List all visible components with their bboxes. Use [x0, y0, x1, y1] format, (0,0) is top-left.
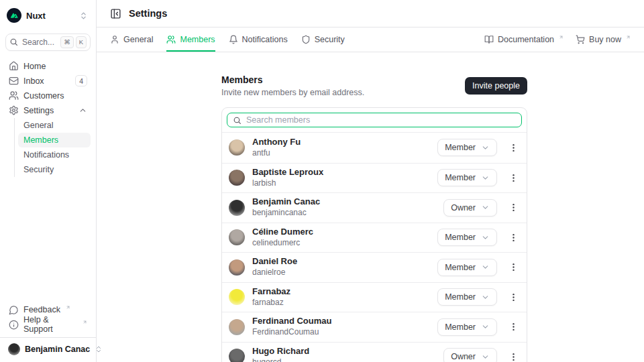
members-search-input[interactable]	[246, 115, 516, 125]
tab-label: Members	[180, 35, 215, 44]
member-username: danielroe	[252, 268, 297, 278]
member-menu-button[interactable]	[507, 261, 520, 274]
sidebar-item-label: Settings	[23, 106, 54, 115]
users-icon	[166, 35, 176, 44]
sidebar: Nuxt Search... ⌘ K Home	[0, 0, 97, 362]
tab-label: Security	[315, 35, 345, 44]
tab-general[interactable]: General	[110, 27, 153, 52]
member-role-value: Member	[445, 292, 476, 302]
sidebar-item-settings[interactable]: Settings	[5, 103, 91, 118]
member-name: Baptiste Leproux	[252, 168, 323, 178]
member-info: Ferdinand Coumau FerdinandCoumau	[252, 316, 331, 337]
sidebar-item-label: Feedback	[23, 305, 60, 314]
documentation-link[interactable]: Documentation	[484, 35, 564, 44]
sidebar-item-security[interactable]: Security	[18, 162, 91, 177]
member-role-select[interactable]: Member	[437, 288, 497, 306]
sidebar-item-notifications[interactable]: Notifications	[18, 147, 91, 162]
collapse-sidebar-icon[interactable]	[110, 8, 121, 19]
member-username: benjamincanac	[252, 208, 320, 218]
member-menu-button[interactable]	[507, 172, 520, 184]
member-menu-button[interactable]	[507, 291, 520, 304]
bell-icon	[229, 35, 238, 44]
members-search-wrapper	[222, 108, 527, 133]
member-name: Daniel Roe	[252, 257, 297, 267]
member-role-select[interactable]: Member	[437, 229, 497, 246]
member-row: Farnabaz farnabaz Member	[222, 282, 527, 312]
member-menu-button[interactable]	[507, 231, 520, 244]
members-section-header: Members Invite new members by email addr…	[221, 74, 527, 97]
sidebar-item-label: Inbox	[23, 76, 44, 86]
member-menu-button[interactable]	[507, 320, 520, 333]
member-role-value: Member	[445, 143, 476, 152]
members-list: Anthony Fu antfu Member Baptiste Leproux…	[222, 133, 527, 362]
sidebar-item-inbox[interactable]: Inbox 4	[5, 74, 91, 88]
member-row: Baptiste Leproux larbish Member	[222, 163, 527, 193]
member-row: Ferdinand Coumau FerdinandCoumau Member	[222, 312, 527, 342]
member-menu-button[interactable]	[507, 201, 520, 214]
header-links: Documentation Buy now	[484, 27, 631, 52]
member-avatar	[229, 289, 245, 305]
inbox-icon	[9, 76, 19, 86]
member-role-value: Member	[445, 322, 476, 332]
external-link-icon	[559, 35, 564, 40]
members-title: Members	[221, 74, 364, 85]
member-role-value: Member	[445, 263, 476, 272]
info-icon	[9, 320, 19, 330]
sidebar-item-customers[interactable]: Customers	[5, 88, 91, 103]
member-info: Hugo Richard hugorcd	[252, 347, 309, 362]
member-username: larbish	[252, 179, 323, 188]
member-role-value: Member	[445, 233, 476, 242]
chevron-down-icon	[481, 293, 490, 302]
member-role-select[interactable]: Owner	[443, 199, 497, 217]
user-menu-button[interactable]: Benjamin Canac	[5, 338, 91, 355]
member-info: Farnabaz farnabaz	[252, 287, 290, 308]
shield-icon	[301, 35, 311, 44]
member-role-select[interactable]: Member	[437, 318, 497, 336]
member-name: Benjamin Canac	[252, 197, 320, 207]
tab-security[interactable]: Security	[301, 27, 345, 52]
member-role-select[interactable]: Owner	[443, 348, 497, 362]
member-menu-button[interactable]	[507, 351, 520, 362]
member-avatar	[229, 319, 245, 335]
chevron-down-icon	[481, 203, 490, 212]
sidebar-item-label: Help & Support	[23, 315, 77, 334]
sidebar-item-general[interactable]: General	[18, 118, 91, 133]
sidebar-item-label: Home	[23, 62, 46, 71]
avatar	[8, 343, 20, 355]
sidebar-item-help-support[interactable]: Help & Support	[5, 317, 91, 332]
chevron-up-icon	[78, 106, 87, 115]
member-name: Ferdinand Coumau	[252, 316, 331, 326]
member-row: Anthony Fu antfu Member	[222, 133, 527, 163]
link-label: Documentation	[498, 35, 554, 44]
invite-people-button[interactable]: Invite people	[465, 77, 527, 95]
book-open-icon	[484, 35, 494, 44]
member-info: Anthony Fu antfu	[252, 137, 301, 158]
sidebar-item-home[interactable]: Home	[5, 59, 91, 74]
member-role-select[interactable]: Member	[437, 259, 497, 276]
member-avatar	[229, 259, 245, 276]
member-avatar	[229, 139, 245, 156]
sidebar-search-button[interactable]: Search... ⌘ K	[5, 34, 91, 51]
member-name: Hugo Richard	[252, 347, 309, 357]
external-link-icon	[83, 320, 87, 324]
link-label: Buy now	[589, 35, 621, 44]
workspace-switcher[interactable]: Nuxt	[5, 7, 91, 24]
chevron-down-icon	[481, 322, 490, 331]
members-page: Members Invite new members by email addr…	[97, 52, 644, 362]
tab-notifications[interactable]: Notifications	[229, 27, 288, 52]
app-window: Nuxt Search... ⌘ K Home	[0, 0, 644, 362]
member-avatar	[229, 200, 245, 216]
member-role-select[interactable]: Member	[437, 169, 497, 186]
chevrons-up-down-icon	[79, 11, 88, 20]
chevron-down-icon	[481, 233, 490, 242]
member-menu-button[interactable]	[507, 141, 520, 154]
member-role-select[interactable]: Member	[437, 139, 497, 156]
gear-icon	[9, 105, 19, 115]
buy-now-link[interactable]: Buy now	[576, 35, 631, 44]
search-shortcut: ⌘ K	[60, 36, 87, 48]
sidebar-item-members[interactable]: Members	[18, 133, 91, 147]
user-name: Benjamin Canac	[25, 345, 90, 354]
member-info: Benjamin Canac benjamincanac	[252, 197, 320, 218]
tab-members[interactable]: Members	[166, 27, 215, 52]
member-row: Benjamin Canac benjamincanac Owner	[222, 192, 527, 223]
